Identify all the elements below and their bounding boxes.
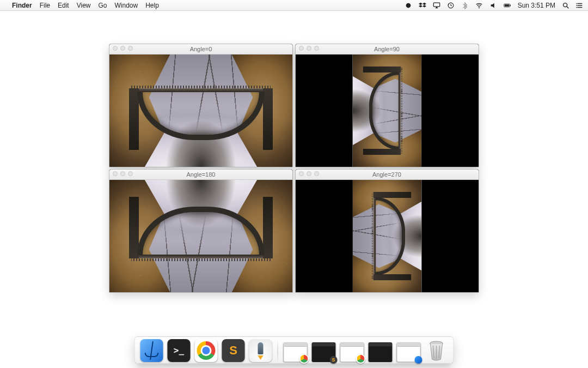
dock-app-terminal[interactable] (168, 339, 191, 362)
menu-go[interactable]: Go (99, 2, 107, 9)
dock-shelf: S (134, 336, 454, 364)
dock-minimized-window[interactable] (340, 342, 364, 362)
bridge-scene (352, 180, 421, 292)
window-grid: Angle=0 Angle=90 Ang (109, 44, 479, 293)
menu-file[interactable]: File (40, 2, 50, 9)
window-angle-180[interactable]: Angle=180 (109, 169, 293, 293)
menubar-right: Sun 3:51 PM (405, 2, 584, 9)
titlebar[interactable]: Angle=0 (109, 44, 292, 55)
menubar-left: Finder File Edit View Go Window Help (4, 2, 159, 9)
svg-marker-1 (419, 2, 422, 4)
dock-app-launcher[interactable] (249, 339, 272, 362)
window-title: Angle=180 (187, 171, 216, 178)
volume-icon[interactable] (489, 2, 497, 9)
chrome-icon (356, 354, 366, 364)
svg-marker-2 (422, 2, 426, 4)
svg-point-14 (564, 3, 567, 7)
window-title: Angle=270 (372, 171, 401, 178)
svg-rect-13 (504, 4, 509, 7)
svg-point-19 (576, 3, 577, 4)
minimize-icon[interactable] (307, 46, 311, 51)
svg-rect-12 (510, 4, 510, 6)
finder-icon (415, 356, 422, 364)
svg-marker-10 (491, 3, 494, 8)
minimize-icon[interactable] (120, 171, 125, 176)
menubar: Finder File Edit View Go Window Help Sun… (0, 0, 588, 11)
titlebar[interactable]: Angle=180 (109, 170, 292, 180)
window-angle-90[interactable]: Angle=90 (295, 44, 479, 167)
minimize-icon[interactable] (120, 46, 125, 51)
traffic-lights[interactable] (113, 171, 133, 176)
close-icon[interactable] (113, 46, 118, 51)
zoom-icon[interactable] (314, 171, 319, 176)
wifi-icon[interactable] (475, 2, 483, 9)
svg-point-0 (406, 3, 411, 8)
dock-minimized-window[interactable]: S (312, 342, 336, 362)
close-icon[interactable] (299, 46, 304, 51)
titlebar[interactable]: Angle=270 (296, 170, 479, 180)
menu-help[interactable]: Help (145, 2, 159, 9)
traffic-lights[interactable] (113, 46, 133, 51)
zoom-icon[interactable] (128, 171, 133, 176)
menu-view[interactable]: View (77, 2, 91, 9)
timemachine-icon[interactable] (447, 2, 455, 9)
notification-center-icon[interactable] (576, 2, 584, 9)
image-viewport (296, 55, 479, 167)
battery-icon[interactable] (504, 2, 511, 9)
window-angle-0[interactable]: Angle=0 (109, 44, 293, 167)
dock: S (134, 336, 454, 364)
close-icon[interactable] (113, 171, 118, 176)
zoom-icon[interactable] (314, 46, 319, 51)
svg-line-15 (567, 6, 569, 8)
sublime-icon: S (330, 356, 338, 364)
titlebar[interactable]: Angle=90 (296, 44, 479, 55)
minimize-icon[interactable] (307, 171, 311, 176)
status-dot-icon[interactable] (405, 2, 412, 9)
dock-minimized-window[interactable] (369, 342, 393, 362)
dock-trash[interactable] (425, 339, 448, 362)
image-viewport (109, 55, 292, 167)
menubar-clock[interactable]: Sun 3:51 PM (518, 2, 555, 9)
chrome-icon (299, 354, 309, 364)
menu-window[interactable]: Window (115, 2, 138, 9)
window-angle-270[interactable]: Angle=270 (295, 169, 479, 293)
svg-point-20 (576, 5, 577, 6)
bridge-scene (109, 55, 292, 167)
image-viewport (296, 180, 479, 292)
airplay-icon[interactable] (433, 2, 440, 9)
dock-app-finder[interactable] (140, 339, 163, 362)
bridge-scene (109, 180, 292, 292)
svg-rect-5 (433, 3, 439, 7)
bluetooth-icon[interactable] (461, 2, 469, 9)
menu-edit[interactable]: Edit (58, 2, 69, 9)
svg-point-9 (479, 7, 480, 8)
dock-separator (278, 340, 278, 362)
window-title: Angle=90 (374, 46, 400, 52)
dropbox-icon[interactable] (419, 2, 426, 9)
close-icon[interactable] (299, 171, 304, 176)
image-viewport (109, 180, 292, 292)
dock-app-sublime[interactable] (222, 339, 245, 362)
svg-marker-3 (419, 5, 422, 7)
svg-marker-4 (422, 5, 426, 7)
svg-point-21 (576, 7, 577, 8)
dock-minimized-window[interactable] (284, 342, 308, 362)
traffic-lights[interactable] (299, 46, 319, 51)
traffic-lights[interactable] (299, 171, 319, 176)
dock-minimized-window[interactable] (397, 342, 421, 362)
bridge-scene (352, 55, 421, 167)
dock-app-chrome[interactable] (195, 339, 218, 362)
zoom-icon[interactable] (128, 46, 133, 51)
window-title: Angle=0 (190, 46, 212, 52)
menubar-app-name[interactable]: Finder (12, 2, 32, 9)
spotlight-icon[interactable] (562, 2, 569, 9)
